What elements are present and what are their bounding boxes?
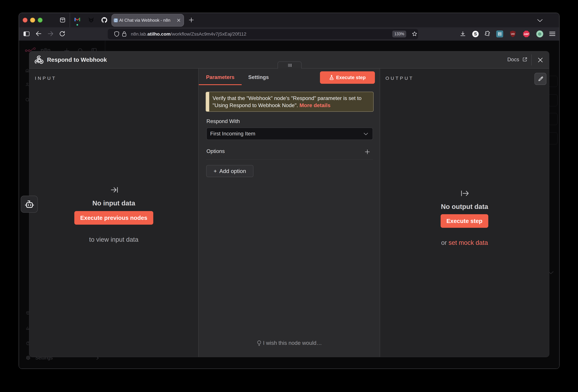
svg-text:ABP: ABP xyxy=(524,33,529,35)
svg-text:UO: UO xyxy=(511,33,515,35)
